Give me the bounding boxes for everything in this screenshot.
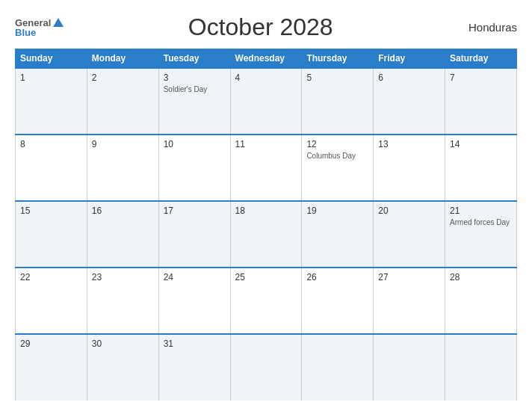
day-number: 1 xyxy=(20,72,82,83)
calendar-cell: 8 xyxy=(16,135,87,201)
week-row-3: 15161718192021Armed forces Day xyxy=(16,201,517,268)
day-number: 15 xyxy=(20,206,82,216)
day-number: 9 xyxy=(92,139,154,149)
day-of-week-thursday: Thursday xyxy=(302,49,374,69)
calendar-cell: 16 xyxy=(87,201,158,268)
calendar-cell: 27 xyxy=(374,268,445,334)
day-of-week-friday: Friday xyxy=(374,49,445,69)
day-number: 8 xyxy=(20,139,82,149)
day-number: 11 xyxy=(235,139,297,149)
calendar-cell: 2 xyxy=(87,68,158,135)
calendar-cell: 12Columbus Day xyxy=(302,135,374,201)
day-number: 19 xyxy=(306,206,368,216)
calendar-cell: 10 xyxy=(158,135,230,201)
holiday-label: Columbus Day xyxy=(306,151,368,161)
calendar-cell: 31 xyxy=(158,334,230,401)
day-number: 14 xyxy=(450,139,512,149)
calendar-cell: 17 xyxy=(158,201,230,268)
holiday-label: Armed forces Day xyxy=(450,217,512,227)
calendar-cell: 14 xyxy=(445,135,517,201)
logo-triangle-icon xyxy=(53,18,64,27)
calendar-cell: 25 xyxy=(230,268,302,334)
day-of-week-monday: Monday xyxy=(87,49,158,69)
week-row-4: 22232425262728 xyxy=(16,268,517,334)
week-row-1: 123Soldier's Day4567 xyxy=(16,68,517,135)
day-number: 23 xyxy=(92,272,154,282)
calendar-cell xyxy=(374,334,445,401)
day-number: 27 xyxy=(378,272,440,282)
day-number: 29 xyxy=(20,339,82,349)
holiday-label: Soldier's Day xyxy=(164,84,226,94)
logo-blue-text: Blue xyxy=(15,28,36,37)
day-number: 7 xyxy=(450,72,512,83)
calendar-cell: 28 xyxy=(445,268,517,334)
calendar-cell: 13 xyxy=(374,135,445,201)
calendar-cell: 26 xyxy=(302,268,374,334)
days-of-week-row: SundayMondayTuesdayWednesdayThursdayFrid… xyxy=(16,49,517,69)
day-number: 30 xyxy=(92,339,154,349)
calendar-cell: 3Soldier's Day xyxy=(158,68,230,135)
day-number: 18 xyxy=(235,206,297,216)
day-number: 5 xyxy=(306,72,368,83)
calendar-cell: 21Armed forces Day xyxy=(445,201,517,268)
calendar-cell: 30 xyxy=(87,334,158,401)
calendar-header: SundayMondayTuesdayWednesdayThursdayFrid… xyxy=(16,49,517,69)
day-of-week-sunday: Sunday xyxy=(16,49,87,69)
day-number: 4 xyxy=(235,72,297,83)
calendar-cell: 19 xyxy=(302,201,374,268)
calendar-cell: 18 xyxy=(230,201,302,268)
calendar-cell xyxy=(445,334,517,401)
calendar-title: October 2028 xyxy=(64,13,457,41)
week-row-5: 293031 xyxy=(16,334,517,401)
calendar-cell: 24 xyxy=(158,268,230,334)
day-number: 12 xyxy=(306,139,368,149)
calendar-cell: 1 xyxy=(16,68,87,135)
day-number: 3 xyxy=(164,72,226,83)
week-row-2: 89101112Columbus Day1314 xyxy=(16,135,517,201)
calendar-cell xyxy=(302,334,374,401)
day-number: 26 xyxy=(306,272,368,282)
day-number: 13 xyxy=(378,139,440,149)
country-label: Honduras xyxy=(457,21,517,34)
day-number: 20 xyxy=(378,206,440,216)
day-number: 16 xyxy=(92,206,154,216)
calendar-table: SundayMondayTuesdayWednesdayThursdayFrid… xyxy=(15,49,517,401)
calendar-cell: 7 xyxy=(445,68,517,135)
day-number: 24 xyxy=(164,272,226,282)
calendar-cell: 22 xyxy=(16,268,87,334)
calendar-cell: 20 xyxy=(374,201,445,268)
calendar-cell: 29 xyxy=(16,334,87,401)
header: General Blue October 2028 Honduras xyxy=(15,13,517,41)
day-number: 21 xyxy=(450,206,512,216)
calendar-body: 123Soldier's Day456789101112Columbus Day… xyxy=(16,68,517,401)
page: General Blue October 2028 Honduras Sunda… xyxy=(0,0,532,411)
day-number: 28 xyxy=(450,272,512,282)
day-number: 6 xyxy=(378,72,440,83)
day-of-week-saturday: Saturday xyxy=(445,49,517,69)
calendar-cell: 11 xyxy=(230,135,302,201)
calendar-cell: 4 xyxy=(230,68,302,135)
calendar-cell: 9 xyxy=(87,135,158,201)
logo-general-text: General xyxy=(15,18,51,28)
calendar-cell: 23 xyxy=(87,268,158,334)
calendar-cell: 6 xyxy=(374,68,445,135)
day-of-week-wednesday: Wednesday xyxy=(230,49,302,69)
day-number: 17 xyxy=(164,206,226,216)
day-number: 31 xyxy=(164,339,226,349)
calendar-cell xyxy=(230,334,302,401)
calendar-cell: 5 xyxy=(302,68,374,135)
day-of-week-tuesday: Tuesday xyxy=(158,49,230,69)
day-number: 2 xyxy=(92,72,154,83)
day-number: 10 xyxy=(164,139,226,149)
calendar-cell: 15 xyxy=(16,201,87,268)
day-number: 22 xyxy=(20,272,82,282)
day-number: 25 xyxy=(235,272,297,282)
logo: General Blue xyxy=(15,18,64,37)
